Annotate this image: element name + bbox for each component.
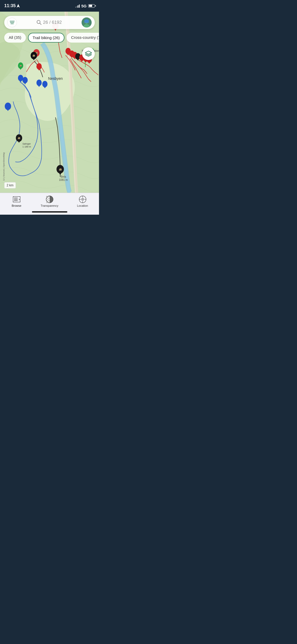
svg-text:🚵: 🚵: [59, 168, 62, 171]
status-time: 11:35: [4, 3, 20, 8]
battery-icon: [88, 4, 95, 8]
map-attribution: 12 | Sources | OpenStreetMap: [3, 152, 5, 181]
svg-text:🚵: 🚵: [18, 137, 20, 139]
avatar-image: [82, 17, 92, 27]
svg-text:1 189 m: 1 189 m: [22, 145, 31, 148]
svg-text:›: ›: [19, 197, 20, 201]
filter-icon: [10, 21, 15, 24]
svg-text:Bela: Bela: [61, 175, 66, 178]
location-icon-svg: [79, 196, 86, 203]
svg-text:1081 m: 1081 m: [59, 178, 68, 181]
network-type: 5G: [81, 4, 87, 8]
filter-chips: All (35) Trail biking (26) Cross-country…: [0, 33, 99, 43]
scale-value: 2 km: [7, 183, 13, 187]
browse-icon: ›: [13, 196, 20, 203]
svg-rect-77: [48, 198, 49, 199]
status-bar: 11:35 5G: [0, 0, 99, 12]
layers-icon: [85, 50, 92, 57]
filter-button[interactable]: [7, 18, 17, 27]
home-indicator: [32, 211, 67, 213]
tab-browse-label: Browse: [12, 204, 21, 207]
signal-icon: [75, 4, 80, 8]
search-count: 26 / 6192: [43, 20, 62, 25]
svg-text:🚵: 🚵: [20, 65, 22, 67]
status-indicators: 5G: [75, 4, 95, 8]
chip-all[interactable]: All (35): [4, 33, 26, 43]
tab-transparency[interactable]: Transparency: [33, 195, 66, 207]
svg-rect-80: [48, 200, 49, 201]
list-icon: ›: [13, 196, 20, 202]
svg-point-87: [82, 199, 83, 200]
map-background: 🚵 🚵 🚵 🚵: [0, 12, 99, 193]
svg-text:Søinger: Søinger: [22, 142, 31, 145]
tab-transparency-label: Transparency: [41, 204, 58, 207]
search-icon-wrap: 26 / 6192: [17, 20, 82, 25]
tab-browse[interactable]: › Browse: [0, 195, 33, 207]
map-container[interactable]: 🚵 🚵 🚵 🚵: [0, 12, 99, 193]
search-icon: [37, 20, 41, 25]
svg-rect-82: [46, 202, 47, 203]
scale-bar: 2 km: [4, 182, 16, 188]
svg-line-59: [40, 23, 41, 25]
transparency-icon-svg: [46, 196, 53, 203]
svg-rect-78: [47, 199, 48, 200]
transparency-icon: [46, 196, 53, 203]
location-arrow-icon: [17, 4, 20, 8]
user-avatar[interactable]: [82, 17, 92, 27]
layer-button[interactable]: [82, 47, 95, 60]
location-tab-icon: [79, 196, 86, 203]
svg-text:🚵: 🚵: [32, 54, 35, 57]
svg-rect-64: [84, 22, 89, 23]
svg-rect-75: [47, 197, 48, 198]
search-bar[interactable]: 26 / 6192: [4, 16, 95, 29]
svg-text:Nesbyen: Nesbyen: [48, 76, 63, 81]
tab-location[interactable]: Location: [66, 195, 99, 207]
chip-trail-biking[interactable]: Trail biking (26): [28, 33, 65, 43]
svg-marker-0: [17, 4, 20, 8]
tab-location-label: Location: [77, 204, 88, 207]
chip-cross-country[interactable]: Cross-country (7): [67, 33, 99, 43]
time-display: 11:35: [4, 3, 16, 8]
